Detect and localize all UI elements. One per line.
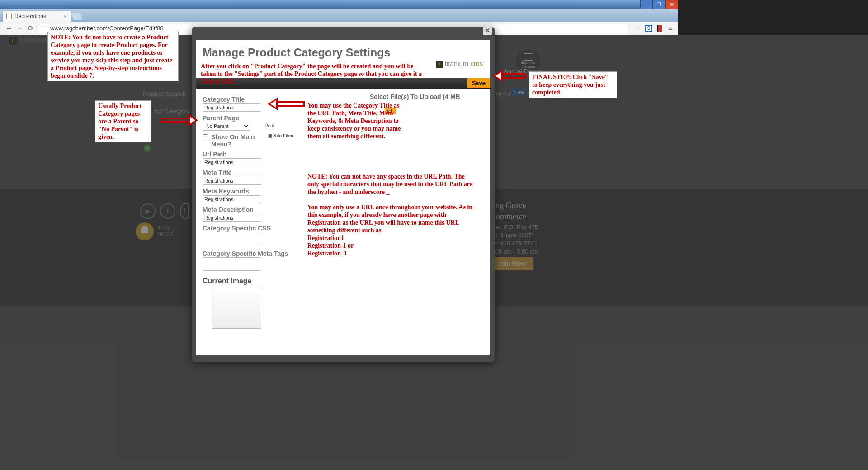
- window-minimize-button[interactable]: —: [640, 0, 653, 9]
- root-link[interactable]: Root: [264, 123, 274, 128]
- extension-flag-icon[interactable]: [656, 24, 664, 33]
- reload-button[interactable]: ⟳: [26, 24, 35, 33]
- annotation-note-intro: NOTE: You do not have to create a Produc…: [47, 32, 179, 81]
- category-meta-textarea[interactable]: [203, 257, 261, 271]
- save-button[interactable]: Save: [467, 78, 490, 88]
- browser-tabstrip: Registrations ×: [0, 9, 678, 22]
- bookmark-star-icon[interactable]: ☆: [634, 24, 642, 33]
- meta-title-label: Meta Title: [203, 169, 297, 176]
- site-files-link[interactable]: Site Files: [268, 133, 293, 138]
- annotation-note-url-once: You may only use a URL once throughout y…: [307, 203, 479, 257]
- window-titlebar: — ❐ ✕: [0, 0, 678, 9]
- url-path-label: Url Path: [203, 150, 297, 158]
- category-css-textarea[interactable]: [203, 232, 261, 245]
- annotation-note-title-use: You may use the Category Title as the UR…: [307, 102, 402, 140]
- category-title-input[interactable]: [203, 103, 261, 112]
- new-tab-button[interactable]: [71, 13, 83, 20]
- category-meta-label: Category Specific Meta Tags: [203, 250, 297, 257]
- url-text: www.rsgchamber.com/ContentPage/Edit/88: [50, 25, 164, 32]
- show-on-main-label: Show On Main Menu?: [211, 133, 256, 148]
- tab-close-icon[interactable]: ×: [63, 13, 67, 20]
- modal-brand: tititanium cms: [436, 60, 483, 68]
- modal-close-button[interactable]: ✕: [483, 26, 492, 35]
- annotation-note-parent: Usually Product Category pages are a Par…: [95, 100, 151, 142]
- meta-keywords-label: Meta Keywords: [203, 188, 297, 195]
- page-icon: [42, 26, 47, 31]
- annotation-note-final: FINAL STEP: Click "Save" to keep everyth…: [529, 71, 617, 98]
- modal-title: Manage Product Category Settings: [196, 40, 490, 61]
- parent-page-select[interactable]: No Parent: [203, 122, 250, 131]
- modal-content: Manage Product Category Settings tititan…: [196, 40, 490, 355]
- window-close-button[interactable]: ✕: [665, 0, 678, 9]
- current-image-preview: [212, 288, 261, 329]
- upload-label: Select File(s) To Upload (4 MB: [370, 93, 460, 100]
- meta-description-label: Meta Description: [203, 206, 297, 213]
- meta-description-input[interactable]: [203, 214, 261, 222]
- tab-title: Registrations: [14, 13, 46, 19]
- meta-keywords-input[interactable]: [203, 195, 261, 203]
- annotation-note-url-path: NOTE: You can not have any spaces in the…: [307, 173, 475, 196]
- meta-title-input[interactable]: [203, 177, 261, 185]
- url-path-input[interactable]: [203, 158, 261, 166]
- back-button[interactable]: ←: [5, 24, 14, 32]
- window-maximize-button[interactable]: ❐: [653, 0, 665, 9]
- chrome-menu-button[interactable]: ≡: [666, 24, 675, 33]
- browser-tab[interactable]: Registrations ×: [3, 11, 71, 22]
- show-on-main-checkbox[interactable]: [203, 134, 208, 140]
- category-css-label: Category Specific CSS: [203, 225, 297, 232]
- page-icon: [6, 14, 12, 19]
- forward-button[interactable]: →: [15, 24, 24, 32]
- current-image-label: Current Image: [203, 277, 297, 285]
- annotation-note-after-click: After you click on "Product Category" th…: [201, 62, 427, 85]
- extension-s-icon[interactable]: S: [645, 24, 653, 33]
- parent-page-label: Parent Page: [203, 114, 297, 122]
